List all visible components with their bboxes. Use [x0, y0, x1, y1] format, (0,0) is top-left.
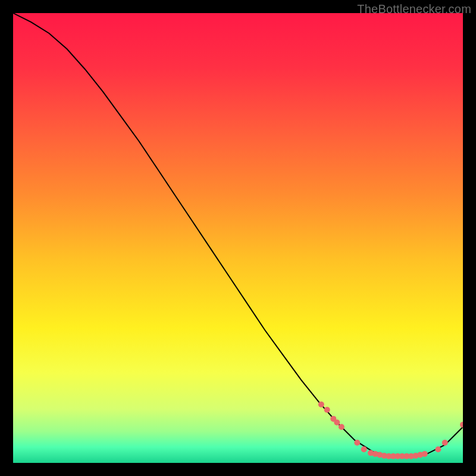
- scatter-point: [334, 419, 340, 425]
- chart-background: [13, 13, 463, 463]
- chart-stage: TheBottlenecker.com: [0, 0, 476, 476]
- scatter-point: [435, 446, 441, 452]
- chart-plot: [13, 13, 463, 463]
- scatter-point: [318, 402, 324, 408]
- scatter-point: [422, 451, 428, 457]
- watermark-text: TheBottlenecker.com: [357, 2, 471, 16]
- scatter-point: [354, 440, 360, 446]
- scatter-point: [324, 407, 330, 413]
- scatter-point: [361, 446, 367, 452]
- scatter-point: [442, 440, 448, 446]
- scatter-point: [339, 424, 345, 430]
